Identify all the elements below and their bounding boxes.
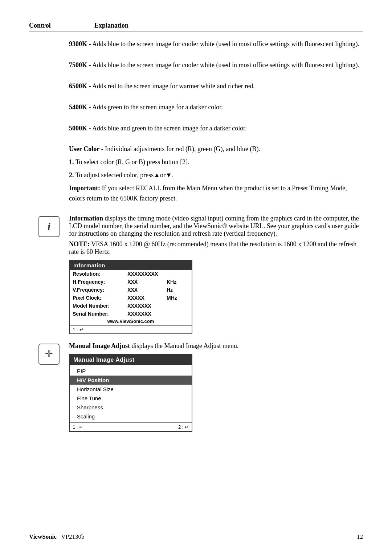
info-table: Resolution: XXXXXXXXX H.Frequency: XXX K… [70, 270, 192, 318]
label-modelnum: Model Number: [70, 302, 124, 310]
table-row: Pixel Clock: XXXXX MHz [70, 294, 192, 302]
header-row: Control Explanation [29, 22, 363, 29]
text-5000k: Adds blue and green to the screen image … [92, 125, 247, 132]
label-resolution: Resolution: [70, 270, 124, 278]
paragraph-6500k: 6500K - Adds red to the screen image for… [69, 81, 363, 94]
val-resolution: XXXXXXXXX [124, 270, 192, 278]
paragraph-user-color: User Color - Individual adjustments for … [69, 144, 363, 206]
move-icon-box: ✛ [38, 344, 60, 365]
label-vfreq: V.Frequency: [70, 286, 124, 294]
table-row: H.Frequency: XXX KHz [70, 278, 192, 286]
paragraph-5000k: 5000K - Adds blue and green to the scree… [69, 123, 363, 137]
paragraph-5400k: 5400K - Adds green to the screen image f… [69, 102, 363, 116]
val-pixelclock: XXXXX [124, 294, 164, 302]
note-text: VESA 1600 x 1200 @ 60Hz (recommended) me… [69, 240, 356, 255]
label-9300k: 9300K - [69, 40, 91, 48]
table-row: V.Frequency: XXX Hz [70, 286, 192, 294]
label-pixelclock: Pixel Clock: [70, 294, 124, 302]
label-hfreq: H.Frequency: [70, 278, 124, 286]
info-bold-label: Information [69, 215, 103, 222]
table-row: Model Number: XXXXXXX [70, 302, 192, 310]
mia-icon-col: ✛ [29, 342, 69, 365]
val-hfreq: XXX [124, 278, 164, 286]
unit-hfreq: KHz [164, 278, 192, 286]
footer-model: VP2130b [58, 533, 84, 540]
label-user-color: User Color [69, 145, 99, 153]
unit-vfreq: Hz [164, 286, 192, 294]
manual-image-adjust-section: ✛ Manual Image Adjust displays the Manua… [29, 342, 363, 432]
val-vfreq: XXX [124, 286, 164, 294]
val-serialnum: XXXXXXX [124, 310, 192, 318]
important-text: If you select RECALL from the Main Menu … [69, 185, 347, 202]
label-5400k: 5400K - [69, 104, 91, 111]
mia-items: PIP H/V Position Horizontal Size Fine Tu… [70, 365, 192, 422]
information-text: Information displays the timing mode (vi… [69, 215, 363, 334]
page-footer: ViewSonic VP2130b 12 [29, 533, 363, 540]
label-6500k: 6500K - [69, 82, 91, 90]
paragraph-7500k: 7500K - Adds blue to the screen image fo… [69, 60, 363, 73]
note-label: NOTE: [69, 240, 90, 248]
mia-nav-right: 2 : ↵ [178, 424, 189, 430]
important-label: Important: [69, 185, 100, 192]
footer-page-number: 12 [357, 533, 363, 540]
mia-item-finetune: Fine Tune [70, 394, 192, 403]
explanation-label: Explanation [94, 22, 128, 29]
mia-item-sharpness: Sharpness [70, 403, 192, 412]
nav-sep: : [77, 327, 78, 332]
nav-num: 1 [73, 327, 75, 332]
text-9300k: Adds blue to the screen image for cooler… [92, 40, 359, 48]
val-modelnum: XXXXXXX [124, 302, 192, 310]
step2-num: 2. [69, 171, 74, 179]
info-nav: 1 : ↵ [70, 325, 192, 333]
info-icon: i [48, 221, 50, 232]
text-user-color: - Individual adjustments for red (R), gr… [101, 145, 260, 153]
step1-num: 1. [69, 158, 74, 166]
information-section: i Information displays the timing mode (… [29, 215, 363, 334]
mia-item-hvposition: H/V Position [70, 376, 192, 385]
move-icon: ✛ [45, 348, 53, 360]
mia-body: displays the Manual Image Adjust menu. [132, 342, 239, 349]
step1-text: To select color (R, G or B) press button… [75, 158, 189, 166]
nav-arrow: ↵ [79, 327, 83, 332]
unit-pixelclock: MHz [164, 294, 192, 302]
paragraph-9300k: 9300K - Adds blue to the screen image fo… [69, 39, 363, 52]
info-body: displays the timing mode (video signal i… [69, 215, 359, 237]
footer-brand-model: ViewSonic VP2130b [29, 533, 85, 540]
control-label: Control [29, 22, 73, 29]
text-5400k: Adds green to the screen image for a dar… [92, 104, 223, 111]
label-7500k: 7500K - [69, 61, 91, 69]
footer-brand: ViewSonic [29, 533, 57, 540]
text-6500k: Adds red to the screen image for warmer … [92, 82, 255, 90]
text-7500k: Adds blue to the screen image for cooler… [92, 61, 359, 69]
mia-text: Manual Image Adjust displays the Manual … [69, 342, 363, 432]
info-box: Information Resolution: XXXXXXXXX H.Freq… [69, 260, 192, 334]
mia-item-pip: PIP [70, 366, 192, 376]
mia-item-scaling: Scaling [70, 412, 192, 421]
mia-box: Manual Image Adjust PIP H/V Position Hor… [69, 354, 192, 432]
info-icon-col: i [29, 215, 69, 237]
mia-bold-label: Manual Image Adjust [69, 342, 130, 349]
content-area: 9300K - Adds blue to the screen image fo… [29, 39, 363, 440]
table-row: Resolution: XXXXXXXXX [70, 270, 192, 278]
label-5000k: 5000K - [69, 125, 91, 132]
mia-nav: 1 : ↵ 2 : ↵ [70, 422, 192, 431]
mia-item-hsize: Horizontal Size [70, 385, 192, 394]
mia-nav-left: 1 : ↵ [73, 424, 83, 430]
info-website: www.ViewSonic.com [70, 318, 192, 325]
label-serialnum: Serial Number: [70, 310, 124, 318]
mia-box-title: Manual Image Adjust [70, 355, 192, 365]
header-divider [29, 32, 363, 32]
step2-text: To adjust selected color, press▲or▼. [75, 171, 174, 179]
page: Control Explanation 9300K - Adds blue to… [0, 0, 392, 555]
table-row: Serial Number: XXXXXXX [70, 310, 192, 318]
info-box-title: Information [70, 261, 192, 270]
info-icon-box: i [38, 216, 60, 237]
